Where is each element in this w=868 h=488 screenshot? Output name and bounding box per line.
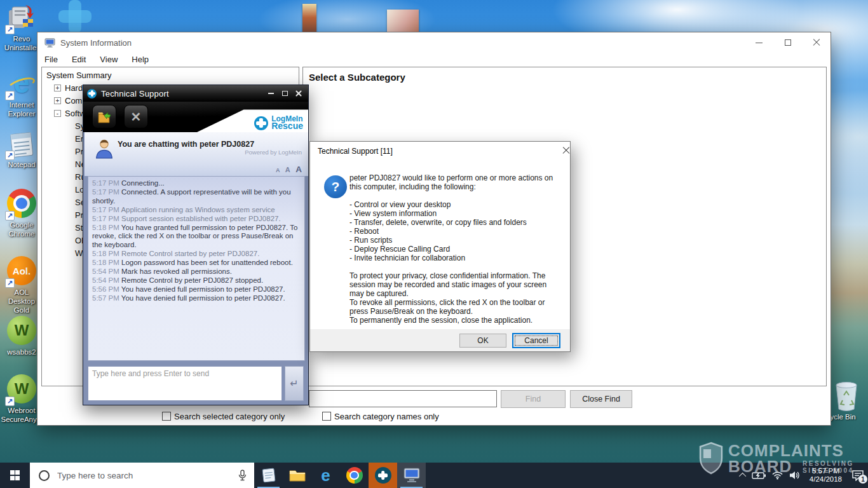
action-item: - Control or view your desktop <box>349 200 560 209</box>
window-title: System Information <box>60 38 132 48</box>
disconnect-button[interactable]: ✕ <box>124 105 148 128</box>
desktop-icon-recycle-bin[interactable]: Recycle Bin <box>826 377 867 428</box>
tray-overflow-chevron-icon[interactable] <box>739 473 746 480</box>
checkbox-icon[interactable] <box>322 412 331 421</box>
checkbox-icon[interactable] <box>162 412 171 421</box>
send-file-button[interactable] <box>92 105 116 128</box>
shortcut-arrow-icon: ↗ <box>5 25 15 34</box>
ok-button[interactable]: OK <box>459 334 506 348</box>
close-find-button[interactable]: Close Find <box>570 390 632 408</box>
minimize-button[interactable] <box>745 32 773 53</box>
webroot-icon: W ↗ <box>6 374 37 405</box>
close-button[interactable] <box>292 85 306 102</box>
minimize-button[interactable] <box>264 85 278 102</box>
action-center-button[interactable]: 1 <box>851 470 864 481</box>
enter-key-icon: ↵ <box>290 377 298 390</box>
microphone-icon[interactable] <box>238 470 247 481</box>
taskbar-icon-system-information[interactable] <box>397 463 426 488</box>
system-information-icon <box>44 38 55 48</box>
internet-explorer-icon: e ↗ <box>6 69 37 99</box>
font-size-small-button[interactable]: A <box>276 167 280 173</box>
action-item: - Run scripts <box>349 236 560 245</box>
photo-thumbnail <box>302 4 316 34</box>
dialog-intro: peter PDJ0827 would like to perform one … <box>349 173 560 191</box>
chat-titlebar[interactable]: Technical Support <box>83 85 308 102</box>
powered-by-logmein: Powered by LogMeIn <box>245 149 302 156</box>
tree-item-system-summary[interactable]: System Summary <box>42 69 299 82</box>
technical-support-chat-window: Technical Support LogMeIn Rescue <box>83 85 309 405</box>
find-button[interactable]: Find <box>501 390 566 408</box>
system-tray: 5:57 PM 4/24/2018 1 <box>741 463 868 488</box>
revo-uninstaller-icon: ↗ <box>6 3 37 33</box>
menu-view[interactable]: View <box>93 53 125 67</box>
clock-time: 5:57 PM <box>810 467 842 475</box>
taskbar-icon-logmein-rescue[interactable] <box>369 463 397 488</box>
chat-message: 5:18 PM Logon password has been set for … <box>92 259 301 268</box>
volume-icon[interactable] <box>789 471 800 480</box>
taskbar-icon-internet-explorer[interactable]: e <box>311 463 340 488</box>
wifi-icon[interactable] <box>771 471 783 480</box>
windows-logo-icon <box>10 470 20 480</box>
privacy-note: To revoke all permissions, click the red… <box>349 298 560 316</box>
start-button[interactable] <box>0 463 30 488</box>
chrome-icon <box>346 467 363 484</box>
search-category-names-checkbox[interactable]: Search category names only <box>322 412 439 421</box>
shortcut-arrow-icon: ↗ <box>5 151 15 160</box>
folder-arrow-icon <box>97 109 112 125</box>
disconnect-x-icon: ✕ <box>131 111 142 123</box>
taskbar-clock[interactable]: 5:57 PM 4/24/2018 <box>806 467 846 484</box>
system-information-icon <box>403 468 420 483</box>
action-item: - Invite technician for collaboration <box>349 254 560 262</box>
chat-message: 5:17 PM Support session established with… <box>92 215 301 224</box>
send-message-button[interactable]: ↵ <box>285 366 304 401</box>
chat-message: 5:18 PM You have granted full permission… <box>92 224 301 250</box>
chat-log[interactable]: 5:17 PM Connecting... 5:17 PM Connected.… <box>88 176 305 361</box>
taskbar: e <box>0 463 868 488</box>
maximize-button[interactable] <box>278 85 292 102</box>
shortcut-arrow-icon: ↗ <box>5 396 15 406</box>
taskbar-search-box[interactable] <box>30 463 254 488</box>
notification-badge: 1 <box>858 475 867 484</box>
font-size-medium-button[interactable]: A <box>285 166 290 173</box>
chat-message: 5:17 PM Application running as Windows s… <box>92 206 301 215</box>
shortcut-arrow-icon: ↗ <box>5 91 15 100</box>
taskbar-icon-chrome[interactable] <box>340 463 369 488</box>
find-input[interactable] <box>309 390 497 407</box>
menu-file[interactable]: File <box>37 53 65 67</box>
chat-message: 5:17 PM Connected. A support representat… <box>92 188 301 205</box>
font-size-controls: A A A <box>273 163 302 175</box>
dialog-actions-list: - Control or view your desktop - View sy… <box>349 200 560 262</box>
internet-explorer-icon: e <box>321 466 330 485</box>
logmein-rescue-icon <box>375 467 391 484</box>
battery-icon[interactable] <box>752 471 766 479</box>
msinfo-titlebar[interactable]: System Information <box>37 32 831 53</box>
close-button[interactable] <box>802 32 831 53</box>
menu-edit[interactable]: Edit <box>65 53 93 67</box>
taskbar-icon-notepad[interactable] <box>254 463 283 488</box>
chat-status-bar: You are chatting with peter PDJ0827 Powe… <box>85 132 308 176</box>
font-size-large-button[interactable]: A <box>295 165 302 174</box>
chat-message-input[interactable] <box>88 366 282 401</box>
question-icon: ? <box>324 175 347 198</box>
action-item: - View system information <box>349 209 560 218</box>
chrome-icon: ↗ <box>6 189 37 219</box>
privacy-note: To permanently end the session, close th… <box>349 316 560 325</box>
webroot-installer-icon: W <box>6 316 37 346</box>
action-item: - Reboot <box>349 227 560 236</box>
search-input[interactable] <box>56 470 238 481</box>
photo-thumbnail <box>387 10 419 35</box>
maximize-button[interactable] <box>773 32 802 53</box>
logmein-rescue-brand-wedge: LogMeIn Rescue <box>197 102 308 132</box>
menu-help[interactable]: Help <box>125 53 156 67</box>
action-item: - Deploy Rescue Calling Card <box>349 245 560 254</box>
action-item: - Transfer, delete, overwrite, or copy f… <box>349 218 560 227</box>
cancel-button[interactable]: Cancel <box>513 334 560 348</box>
shortcut-arrow-icon: ↗ <box>5 211 15 220</box>
search-selected-category-checkbox[interactable]: Search selected category only <box>162 412 285 421</box>
chat-message: 5:56 PM You have denied full permission … <box>92 285 301 294</box>
chat-message: 5:17 PM Connecting... <box>92 179 301 188</box>
chat-input-area: ↵ <box>83 361 308 406</box>
taskbar-icon-file-explorer[interactable] <box>283 463 311 488</box>
chat-message: 5:18 PM Remote Control started by peter … <box>92 250 301 259</box>
chat-window-title: Technical Support <box>101 89 169 98</box>
